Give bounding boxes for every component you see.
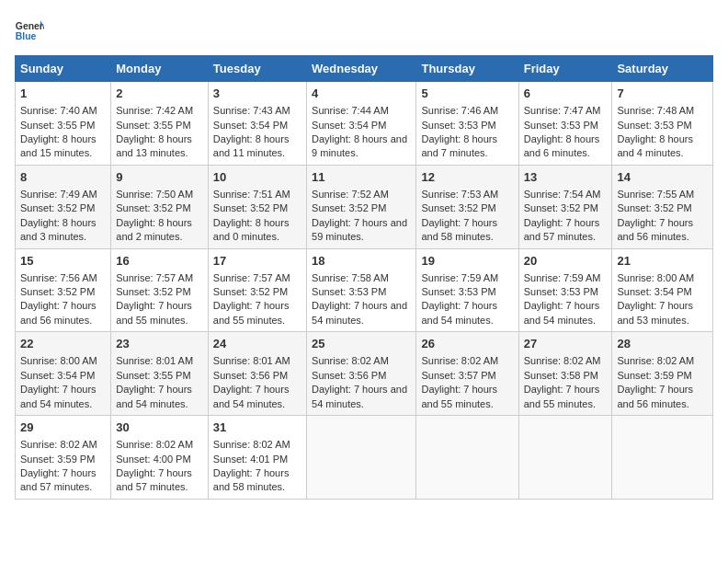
daylight: Daylight: 7 hours and 55 minutes. [213,300,290,325]
page-header: General Blue [15,15,713,48]
day-number: 29 [20,419,106,436]
sunrise: Sunrise: 7:40 AM [20,105,97,116]
sunset: Sunset: 3:54 PM [20,370,95,381]
header-saturday: Saturday [612,56,713,82]
sunrise: Sunrise: 7:48 AM [617,105,694,116]
day-number: 14 [617,169,708,186]
day-number: 6 [524,86,608,102]
header-tuesday: Tuesday [208,56,306,82]
calendar-cell: 25Sunrise: 8:02 AMSunset: 3:56 PMDayligh… [307,332,416,416]
day-number: 25 [312,336,411,352]
sunrise: Sunrise: 8:02 AM [312,355,389,366]
daylight: Daylight: 7 hours and 57 minutes. [20,467,97,492]
sunrise: Sunrise: 8:02 AM [421,355,498,366]
daylight: Daylight: 7 hours and 55 minutes. [524,384,600,408]
calendar-cell: 30Sunrise: 8:02 AMSunset: 4:00 PMDayligh… [111,416,209,500]
daylight: Daylight: 7 hours and 55 minutes. [421,384,497,408]
day-number: 24 [213,336,301,352]
header-sunday: Sunday [16,56,111,82]
svg-text:General: General [16,21,44,31]
day-number: 9 [116,169,203,186]
day-number: 7 [617,86,708,102]
svg-text:Blue: Blue [16,31,37,41]
sunrise: Sunrise: 7:52 AM [312,189,389,200]
header-monday: Monday [111,56,209,82]
day-number: 31 [213,419,301,436]
daylight: Daylight: 8 hours and 7 minutes. [421,133,497,158]
sunrise: Sunrise: 7:50 AM [116,189,193,200]
calendar-cell: 24Sunrise: 8:01 AMSunset: 3:56 PMDayligh… [208,332,306,416]
sunrise: Sunrise: 7:49 AM [20,189,97,200]
calendar-cell: 2Sunrise: 7:42 AMSunset: 3:55 PMDaylight… [111,82,209,166]
calendar-cell: 1Sunrise: 7:40 AMSunset: 3:55 PMDaylight… [16,82,111,166]
daylight: Daylight: 7 hours and 54 minutes. [421,300,497,325]
daylight: Daylight: 7 hours and 57 minutes. [116,467,192,492]
calendar-cell: 13Sunrise: 7:54 AMSunset: 3:52 PMDayligh… [518,165,612,248]
day-number: 30 [116,419,203,436]
sunrise: Sunrise: 7:43 AM [213,105,290,116]
daylight: Daylight: 8 hours and 9 minutes. [312,133,407,158]
sunrise: Sunrise: 7:54 AM [524,189,601,200]
calendar-cell: 6Sunrise: 7:47 AMSunset: 3:53 PMDaylight… [518,82,612,166]
calendar-cell: 10Sunrise: 7:51 AMSunset: 3:52 PMDayligh… [208,165,306,248]
sunrise: Sunrise: 7:44 AM [312,105,389,116]
calendar-cell: 29Sunrise: 8:02 AMSunset: 3:59 PMDayligh… [16,416,111,500]
sunrise: Sunrise: 7:59 AM [421,272,498,283]
calendar-cell: 16Sunrise: 7:57 AMSunset: 3:52 PMDayligh… [111,248,209,332]
daylight: Daylight: 7 hours and 54 minutes. [312,300,407,325]
sunrise: Sunrise: 7:55 AM [617,189,694,200]
calendar-cell: 8Sunrise: 7:49 AMSunset: 3:52 PMDaylight… [16,165,111,248]
day-number: 8 [20,169,106,186]
sunrise: Sunrise: 8:02 AM [524,355,601,366]
sunset: Sunset: 3:59 PM [20,454,95,465]
sunset: Sunset: 3:54 PM [312,120,386,131]
daylight: Daylight: 8 hours and 3 minutes. [20,217,97,242]
day-number: 2 [116,86,203,102]
calendar-cell: 27Sunrise: 8:02 AMSunset: 3:58 PMDayligh… [518,332,612,416]
sunset: Sunset: 3:56 PM [312,370,386,381]
sunset: Sunset: 3:54 PM [213,120,288,131]
sunset: Sunset: 3:53 PM [524,286,598,297]
day-number: 23 [116,336,203,352]
logo: General Blue [15,15,44,48]
calendar-cell [612,416,713,500]
daylight: Daylight: 7 hours and 57 minutes. [524,217,600,242]
daylight: Daylight: 7 hours and 56 minutes. [617,384,693,408]
sunset: Sunset: 3:54 PM [617,286,691,297]
day-number: 22 [20,336,106,352]
week-row-2: 8Sunrise: 7:49 AMSunset: 3:52 PMDaylight… [16,165,713,248]
calendar-cell: 20Sunrise: 7:59 AMSunset: 3:53 PMDayligh… [518,248,612,332]
day-number: 5 [421,86,513,102]
day-number: 27 [524,336,608,352]
day-number: 12 [421,169,513,186]
week-row-5: 29Sunrise: 8:02 AMSunset: 3:59 PMDayligh… [16,416,713,500]
sunset: Sunset: 4:00 PM [116,454,190,465]
calendar-cell: 31Sunrise: 8:02 AMSunset: 4:01 PMDayligh… [208,416,306,500]
sunset: Sunset: 3:55 PM [116,120,190,131]
daylight: Daylight: 7 hours and 59 minutes. [312,217,407,242]
sunrise: Sunrise: 8:00 AM [617,272,694,283]
sunset: Sunset: 3:53 PM [421,286,495,297]
sunrise: Sunrise: 7:47 AM [524,105,601,116]
daylight: Daylight: 7 hours and 56 minutes. [20,300,97,325]
sunset: Sunset: 3:52 PM [312,202,386,213]
day-number: 11 [312,169,411,186]
daylight: Daylight: 7 hours and 56 minutes. [617,217,693,242]
sunset: Sunset: 3:58 PM [524,370,598,381]
day-number: 18 [312,253,411,270]
daylight: Daylight: 7 hours and 54 minutes. [312,384,407,408]
header-thursday: Thursday [416,56,518,82]
calendar-cell: 12Sunrise: 7:53 AMSunset: 3:52 PMDayligh… [416,165,518,248]
sunset: Sunset: 3:53 PM [617,120,691,131]
sunrise: Sunrise: 8:01 AM [213,355,290,366]
day-number: 21 [617,253,708,270]
sunset: Sunset: 4:01 PM [213,454,288,465]
sunrise: Sunrise: 7:46 AM [421,105,498,116]
daylight: Daylight: 7 hours and 54 minutes. [20,384,97,408]
day-number: 3 [213,86,301,102]
calendar-cell: 4Sunrise: 7:44 AMSunset: 3:54 PMDaylight… [307,82,416,166]
calendar-cell [416,416,518,500]
daylight: Daylight: 7 hours and 54 minutes. [116,384,192,408]
sunset: Sunset: 3:59 PM [617,370,691,381]
sunset: Sunset: 3:52 PM [524,202,598,213]
